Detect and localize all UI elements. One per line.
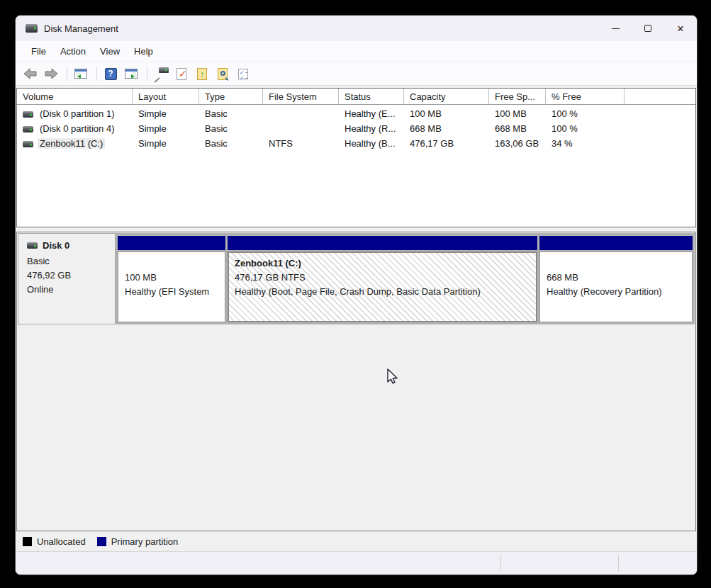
refresh-button[interactable]: ✓ [172,64,191,83]
cell: Simple [133,108,199,119]
volume-icon [23,141,33,147]
toolbar-separator [96,67,97,81]
toolbar-separator [67,67,67,81]
partition-color-bar [228,236,537,250]
volume-name: (Disk 0 partition 1) [38,108,116,119]
cell: 34 % [546,138,625,149]
cell: 163,06 GB [489,138,546,149]
volume-table-body: (Disk 0 partition 1)SimpleBasicHealthy (… [17,105,695,227]
check-document-icon: ✓ [177,68,186,80]
menu-item-action[interactable]: Action [53,43,93,60]
table-row[interactable]: (Disk 0 partition 1)SimpleBasicHealthy (… [17,106,695,121]
disk-properties-icon [159,67,169,73]
disk-attribute: Online [27,283,106,297]
maximize-icon [644,25,651,32]
partition-area: 100 MBHealthy (EFI SystemZenbook11 (C:)4… [116,233,695,324]
maximize-button[interactable] [632,16,664,41]
partition-block-3[interactable]: 668 MBHealthy (Recovery Partition) [539,236,693,322]
forward-arrow-icon [44,68,58,79]
cell: 668 MB [404,123,489,134]
content-area: VolumeLayoutTypeFile SystemStatusCapacit… [16,86,697,551]
partition-block-2[interactable]: Zenbook11 (C:)476,17 GB NTFSHealthy (Boo… [228,236,537,322]
volume-name: (Disk 0 partition 4) [38,123,116,134]
cell: 100 MB [489,108,546,119]
forward-button[interactable] [42,64,60,83]
column-header-capacity[interactable]: Capacity [404,89,489,104]
back-button[interactable] [21,64,40,83]
upload-icon: ↑ [197,68,207,80]
volume-cell: (Disk 0 partition 4) [17,123,133,134]
table-row[interactable]: Zenbook11 (C:)SimpleBasicNTFSHealthy (B.… [17,136,695,151]
toolbar-separator [147,67,147,81]
toolbar: ? ✓ ↑ ✓ ✓ [16,62,697,86]
column-header-blank[interactable] [625,89,695,104]
column-header-free-sp[interactable]: Free Sp... [489,89,546,104]
legend-label: Primary partition [111,536,179,547]
disk-icon [27,242,38,249]
cell: Healthy (B... [339,138,404,149]
cell: 668 MB [489,123,546,134]
legend-item: Primary partition [97,536,179,547]
column-header-type[interactable]: Type [199,89,263,104]
console-tree-icon [74,69,87,79]
volume-icon [23,111,33,118]
legend-label: Unallocated [37,536,86,547]
partition-status: Healthy (Boot, Page File, Crash Dump, Ba… [235,285,532,299]
rescan-disks-button[interactable]: ↑ [193,64,211,83]
search-button[interactable] [213,64,232,83]
menu-item-help[interactable]: Help [127,43,160,60]
volume-list-pane: VolumeLayoutTypeFile SystemStatusCapacit… [16,88,696,227]
column-header-layout[interactable]: Layout [133,89,199,104]
status-bar [16,551,697,575]
column-header-free[interactable]: % Free [546,89,625,104]
partition-color-bar [539,236,693,250]
cell: Healthy (R... [339,123,404,134]
cell: NTFS [263,138,339,149]
cell: 476,17 GB [404,138,489,149]
cell: Simple [133,123,199,134]
window-controls: ✕ [599,16,697,41]
cell: 100 % [546,108,625,119]
back-arrow-icon [23,68,38,79]
partition-status: Healthy (Recovery Partition) [547,285,688,299]
status-bar-divider [500,555,501,572]
disk-attribute: Basic [27,254,106,268]
cell: Basic [199,138,263,149]
volume-table-header: VolumeLayoutTypeFile SystemStatusCapacit… [17,89,695,105]
partition-size: 100 MB [125,271,220,285]
window-title: Disk Management [44,23,118,34]
partition-body[interactable]: 100 MBHealthy (EFI System [118,251,225,322]
close-icon: ✕ [677,23,685,34]
partition-block-1[interactable]: 100 MBHealthy (EFI System [118,236,225,322]
disk-properties-button[interactable] [152,64,170,83]
volume-name: Zenbook11 (C:) [38,138,105,149]
status-bar-divider [618,555,619,572]
table-row[interactable]: (Disk 0 partition 4)SimpleBasicHealthy (… [17,121,695,136]
column-header-status[interactable]: Status [339,89,404,104]
action-pane-icon [125,69,138,79]
legend-swatch [97,537,106,546]
column-header-volume[interactable]: Volume [17,89,133,104]
partition-body[interactable]: 668 MBHealthy (Recovery Partition) [539,251,693,322]
menu-bar: FileActionViewHelp [16,41,697,62]
legend-swatch [23,537,32,546]
checklist-icon: ✓ ✓ [238,69,248,79]
menu-item-view[interactable]: View [93,43,127,60]
partition-status: Healthy (EFI System [125,285,220,299]
show-console-tree-button[interactable] [72,64,90,83]
show-action-pane-button[interactable] [122,64,140,83]
mouse-cursor [386,368,400,385]
disk-0-header-panel[interactable]: Disk 0 Basic476,92 GBOnline [18,233,116,324]
partition-color-bar [118,236,225,250]
help-button[interactable]: ? [101,64,120,83]
close-button[interactable]: ✕ [664,16,697,41]
tasks-button[interactable]: ✓ ✓ [234,64,252,83]
column-header-file-system[interactable]: File System [263,89,339,104]
cell: Basic [199,108,263,119]
partition-body[interactable]: Zenbook11 (C:)476,17 GB NTFSHealthy (Boo… [228,251,537,322]
disk-management-window: Disk Management ✕ FileActionViewHelp ? [15,15,698,575]
minimize-button[interactable] [599,16,632,41]
menu-item-file[interactable]: File [24,43,53,60]
cell: 100 MB [404,108,489,119]
volume-icon [23,126,33,132]
